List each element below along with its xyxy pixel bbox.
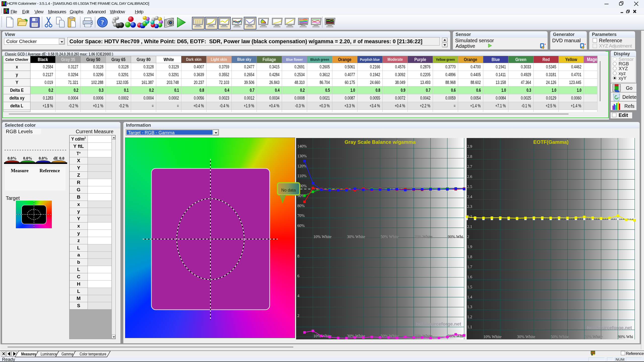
svg-text:90% Whi: 90% Whi xyxy=(448,235,463,239)
svg-text:4: 4 xyxy=(297,294,299,298)
svg-text:1.9: 1.9 xyxy=(467,245,472,249)
svg-text:2.5: 2.5 xyxy=(467,185,472,189)
svg-text:Gamma: Gamma xyxy=(62,352,73,356)
svg-text:?: ? xyxy=(101,19,104,26)
svg-text:2.3: 2.3 xyxy=(467,204,472,209)
svg-text:hcfr.sourceforge.net: hcfr.sourceforge.net xyxy=(416,321,461,327)
svg-text:70% White: 70% White xyxy=(414,235,432,239)
svg-text:50% White: 50% White xyxy=(551,335,569,339)
svg-text:2.9: 2.9 xyxy=(467,144,472,149)
svg-text:0.0%: 0.0% xyxy=(39,156,48,160)
svg-text:8: 8 xyxy=(297,254,299,258)
svg-text:60%: 60% xyxy=(297,223,305,228)
svg-text:Gray Scale Balance w/gamma: Gray Scale Balance w/gamma xyxy=(345,139,416,145)
svg-text:Measures: Measures xyxy=(21,352,36,356)
svg-text:10% White: 10% White xyxy=(484,335,502,339)
svg-text:2.4: 2.4 xyxy=(467,195,472,199)
svg-text:70% White: 70% White xyxy=(584,335,602,339)
svg-text:2.1: 2.1 xyxy=(467,224,472,229)
svg-text:1.7: 1.7 xyxy=(467,265,472,269)
svg-text:50% White: 50% White xyxy=(381,235,399,239)
svg-text:2.6: 2.6 xyxy=(467,174,472,179)
svg-text:120%: 120% xyxy=(297,164,307,168)
svg-text:90% Whi: 90% Whi xyxy=(618,335,633,339)
svg-text:0.0%: 0.0% xyxy=(8,156,17,160)
svg-text:110%: 110% xyxy=(297,174,307,178)
svg-text:80%: 80% xyxy=(297,204,305,208)
svg-text:1.3: 1.3 xyxy=(467,305,472,309)
svg-text:2.8: 2.8 xyxy=(467,154,472,159)
svg-text:hcfr.sourceforge.net: hcfr.sourceforge.net xyxy=(587,325,632,330)
svg-text:30% White: 30% White xyxy=(347,235,365,239)
svg-text:1.2: 1.2 xyxy=(467,315,472,319)
svg-text:1.6: 1.6 xyxy=(467,275,472,279)
svg-text:30% White: 30% White xyxy=(517,335,535,339)
svg-text:dE 0.0: dE 0.0 xyxy=(53,156,64,160)
svg-text:Luminance: Luminance xyxy=(41,352,57,356)
svg-text:0.0%: 0.0% xyxy=(23,156,32,160)
svg-text:2: 2 xyxy=(467,235,469,239)
svg-text:6: 6 xyxy=(297,274,299,278)
svg-text:1.1: 1.1 xyxy=(467,325,472,329)
svg-text:1.5: 1.5 xyxy=(467,285,472,289)
svg-text:1.4: 1.4 xyxy=(467,295,472,299)
svg-text:130%: 130% xyxy=(297,154,307,158)
svg-text:70%: 70% xyxy=(297,213,305,218)
svg-text:EOTF(Gamma): EOTF(Gamma) xyxy=(533,139,569,145)
svg-text:2: 2 xyxy=(297,313,299,318)
svg-text:No data: No data xyxy=(281,188,296,192)
svg-text:2.7: 2.7 xyxy=(467,164,472,169)
svg-text:Color temperature: Color temperature xyxy=(80,352,106,356)
svg-text:10% White: 10% White xyxy=(313,235,332,239)
svg-text:1.8: 1.8 xyxy=(467,255,472,259)
svg-text:140%: 140% xyxy=(297,144,307,148)
